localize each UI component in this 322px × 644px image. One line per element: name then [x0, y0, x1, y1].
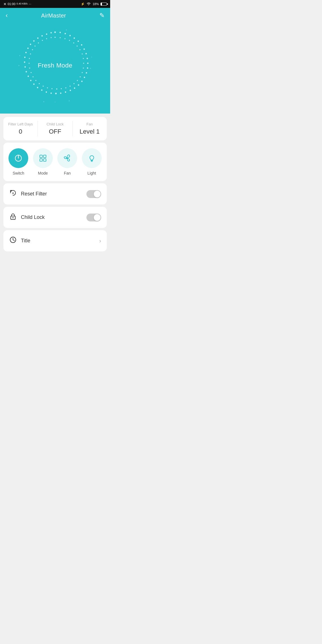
mode-button[interactable] — [33, 148, 53, 168]
svg-point-8 — [86, 53, 87, 55]
svg-point-1 — [60, 32, 61, 33]
svg-point-3 — [69, 35, 71, 36]
svg-point-59 — [51, 88, 53, 89]
svg-point-24 — [37, 87, 38, 88]
power-icon — [14, 153, 23, 163]
mode-circle[interactable]: Fresh Mode — [18, 29, 92, 102]
svg-rect-87 — [43, 155, 46, 158]
svg-point-72 — [38, 42, 39, 43]
svg-line-98 — [13, 240, 14, 241]
mode-icon — [38, 153, 48, 163]
mode-label: Mode — [38, 171, 48, 175]
svg-point-19 — [60, 93, 62, 94]
lock-icon-svg — [9, 212, 17, 220]
svg-point-75 — [51, 37, 52, 38]
svg-point-60 — [47, 87, 48, 88]
svg-point-37 — [42, 35, 43, 37]
child-lock-label: Child Lock — [21, 214, 45, 220]
edit-button[interactable]: ✎ — [99, 12, 105, 19]
network-speed: 0.40 KB/s — [17, 3, 28, 5]
switch-control[interactable]: Switch — [8, 148, 28, 175]
svg-point-79 — [19, 65, 19, 66]
clock-icon-svg — [9, 236, 17, 244]
svg-point-49 — [83, 63, 84, 64]
svg-point-41 — [60, 37, 61, 38]
child-lock-cell: Child Lock OFF — [38, 117, 72, 140]
filter-days-label: Filter Left Days — [8, 122, 33, 126]
svg-point-7 — [84, 49, 85, 50]
svg-point-35 — [33, 40, 35, 42]
svg-point-51 — [82, 72, 83, 73]
svg-point-31 — [24, 57, 26, 58]
title-row-card[interactable]: Title › — [3, 230, 107, 251]
svg-point-29 — [25, 66, 26, 68]
status-left: ✕ 01:00 0.40 KB/s ··· — [3, 2, 31, 6]
reset-filter-toggle[interactable] — [86, 190, 101, 198]
svg-point-20 — [55, 93, 57, 94]
child-lock-toggle[interactable] — [86, 214, 101, 221]
svg-point-48 — [83, 58, 84, 59]
light-control[interactable]: Light — [82, 148, 102, 175]
svg-point-81 — [43, 101, 44, 102]
svg-point-70 — [32, 49, 33, 50]
svg-point-53 — [77, 80, 78, 81]
svg-point-18 — [65, 92, 66, 93]
title-left: Title — [9, 236, 30, 246]
battery-percent: 18% — [93, 2, 99, 6]
svg-point-82 — [55, 102, 56, 103]
svg-point-34 — [30, 44, 31, 45]
svg-point-76 — [66, 30, 67, 31]
info-card: Filter Left Days 0 Child Lock OFF Fan Le… — [3, 117, 107, 140]
svg-point-69 — [30, 53, 31, 55]
switch-button[interactable] — [8, 148, 28, 168]
svg-point-4 — [74, 38, 75, 39]
svg-point-46 — [79, 49, 80, 50]
back-button[interactable]: ‹ — [6, 12, 8, 19]
status-right: ⚡ 18% — [81, 2, 107, 6]
svg-point-78 — [90, 68, 91, 69]
svg-point-40 — [55, 37, 56, 38]
chevron-right-icon: › — [99, 238, 101, 244]
svg-point-56 — [65, 87, 66, 88]
svg-point-15 — [78, 84, 79, 86]
title-label: Title — [21, 238, 30, 244]
svg-point-13 — [84, 77, 85, 78]
svg-point-30 — [24, 62, 25, 63]
child-lock-value: OFF — [49, 128, 61, 135]
svg-point-17 — [70, 90, 71, 91]
light-button[interactable] — [82, 148, 102, 168]
header: ‹ AirMaster ✎ — [0, 8, 110, 23]
svg-point-5 — [78, 41, 79, 42]
fan-control[interactable]: Fan — [57, 148, 77, 175]
time: 01:00 — [8, 2, 16, 6]
svg-point-77 — [92, 57, 92, 58]
child-lock-icon — [9, 212, 17, 222]
svg-point-63 — [35, 80, 36, 81]
wifi-icon — [86, 2, 91, 6]
reset-filter-label: Reset Filter — [21, 191, 47, 197]
svg-point-83 — [69, 101, 70, 101]
svg-point-2 — [65, 33, 66, 34]
switch-label: Switch — [13, 171, 24, 175]
svg-point-9 — [87, 58, 88, 59]
fan-level-cell: Fan Level 1 — [73, 117, 107, 140]
reset-filter-card: A Reset Filter — [3, 183, 107, 204]
svg-point-54 — [73, 83, 75, 84]
battery-icon — [101, 3, 107, 6]
svg-point-68 — [29, 58, 30, 59]
fan-label: Fan — [86, 122, 93, 126]
svg-point-66 — [29, 68, 30, 69]
svg-point-12 — [86, 72, 87, 74]
svg-point-14 — [81, 81, 83, 82]
svg-point-43 — [69, 40, 70, 41]
mode-control[interactable]: Mode — [33, 148, 53, 175]
fan-label: Fan — [64, 171, 71, 175]
fan-button[interactable] — [57, 148, 77, 168]
bluetooth-icon: ⚡ — [81, 2, 85, 6]
svg-rect-88 — [40, 159, 42, 161]
svg-point-10 — [87, 63, 89, 64]
svg-point-6 — [81, 44, 82, 46]
svg-rect-89 — [43, 159, 46, 161]
svg-point-62 — [39, 83, 40, 84]
fan-icon — [62, 153, 72, 163]
